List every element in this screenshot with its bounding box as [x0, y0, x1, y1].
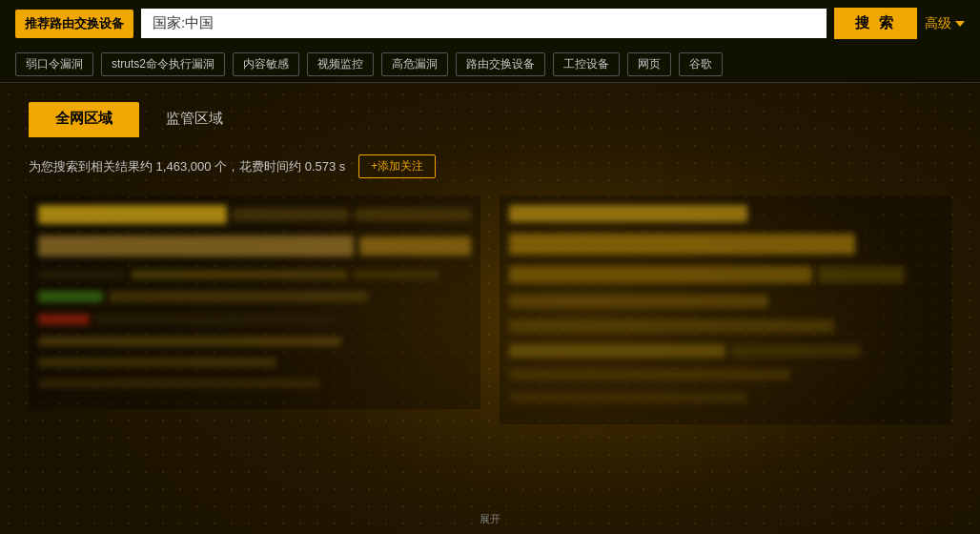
blur-d-0: [109, 291, 368, 302]
right-results: [500, 195, 951, 424]
tag-item-8[interactable]: 谷歌: [679, 52, 723, 76]
tag-item-5[interactable]: 路由交换设备: [456, 52, 545, 76]
result-card-0[interactable]: [29, 195, 480, 409]
result-count-text: 为您搜索到相关结果约 1,463,000 个，花费时间约 0.573 s: [29, 158, 345, 175]
divider: [0, 82, 980, 83]
blur-row-2: [38, 379, 319, 388]
footer-hint: 展开: [480, 512, 500, 526]
tag-item-4[interactable]: 高危漏洞: [381, 52, 448, 76]
blur-rrow-5: [509, 392, 747, 403]
tag-bar: 弱口令漏洞 struts2命令执行漏洞 内容敏感 视频监控 高危漏洞 路由交换设…: [0, 47, 980, 82]
blur-d-1: [95, 314, 334, 325]
blur-rtitle-2: [509, 266, 812, 283]
tab-supervised[interactable]: 监管区域: [139, 102, 250, 137]
tag-item-3[interactable]: 视频监控: [307, 52, 374, 76]
blur-green-0: [38, 291, 103, 302]
blur-subtitle-0: [38, 236, 354, 257]
blur-rrow-3: [731, 344, 861, 358]
tag-item-6[interactable]: 工控设备: [553, 52, 620, 76]
blur-sm-2: [353, 270, 439, 279]
blur-rrow-4: [509, 369, 790, 380]
add-watch-button[interactable]: +添加关注: [358, 154, 436, 178]
blur-rrow-1: [509, 319, 834, 333]
blur-sm-1: [131, 270, 347, 279]
tab-all-network[interactable]: 全网区域: [29, 102, 139, 137]
blur-red-0: [38, 314, 90, 325]
blur-rtitle-3: [818, 266, 905, 283]
tag-item-2[interactable]: 内容敏感: [233, 52, 299, 76]
blur-rtitle-0: [509, 205, 747, 222]
blur-rrow-2: [509, 344, 725, 358]
tag-item-0[interactable]: 弱口令漏洞: [15, 52, 93, 76]
blur-row-0: [38, 337, 341, 346]
left-results: [29, 195, 480, 424]
header-bar: 推荐路由交换设备 搜 索 高级: [0, 0, 980, 47]
blur-sm-0: [38, 270, 125, 279]
advanced-label: 高级: [925, 15, 951, 32]
blur-tag-0: [233, 208, 349, 221]
search-input-wrap: [141, 9, 827, 38]
main-content: 全网区域 监管区域 为您搜索到相关结果约 1,463,000 个，花费时间约 0…: [0, 83, 980, 443]
blur-rtitle-1: [509, 234, 855, 255]
blur-rrow-0: [509, 295, 768, 308]
tag-item-1[interactable]: struts2命令执行漏洞: [101, 52, 225, 76]
chevron-down-icon: [955, 21, 965, 27]
tag-item-7[interactable]: 网页: [627, 52, 671, 76]
tab-bar: 全网区域 监管区域: [29, 102, 951, 137]
blur-row-1: [38, 358, 276, 367]
results-grid: [29, 195, 951, 424]
advanced-button[interactable]: 高级: [925, 15, 965, 32]
blur-title-0: [38, 205, 227, 224]
search-input[interactable]: [141, 9, 827, 38]
result-card-1[interactable]: [500, 195, 951, 424]
blur-sub-0: [359, 236, 471, 256]
search-tag-button[interactable]: 推荐路由交换设备: [15, 10, 133, 38]
blur-tag-1: [355, 208, 471, 221]
result-info-bar: 为您搜索到相关结果约 1,463,000 个，花费时间约 0.573 s +添加…: [29, 154, 951, 178]
search-button[interactable]: 搜 索: [834, 8, 917, 39]
